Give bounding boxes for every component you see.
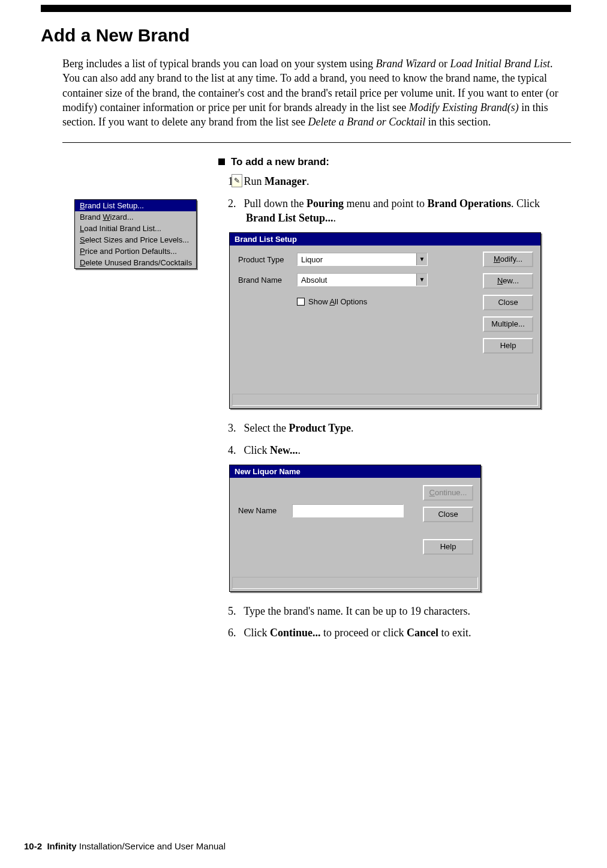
intro-italic-brand-wizard: Brand Wizard <box>376 58 436 70</box>
dialog-body: Product Type Liquor ▼ Brand Name Absolut… <box>230 246 540 311</box>
menu-item-brand-wizard[interactable]: Brand Wizard... <box>75 211 196 223</box>
procedure-heading-text: To add a new brand: <box>231 156 329 167</box>
dialog-body: New Name Continue... Close Help <box>230 478 480 574</box>
continue-button[interactable]: Continue... <box>423 485 473 501</box>
new-button[interactable]: New... <box>483 273 533 289</box>
intro-italic-delete: Delete a Brand or Cocktail <box>308 116 425 128</box>
page-footer: 10-2 Infinity Installation/Service and U… <box>24 841 226 851</box>
multiple-button[interactable]: Multiple... <box>483 316 533 332</box>
pouring-submenu: Brand List Setup... Brand Wizard... Load… <box>74 199 197 269</box>
modify-button[interactable]: Modify... <box>483 252 533 267</box>
brand-name-combo[interactable]: Absolut ▼ <box>297 273 428 286</box>
step-number: 4. <box>228 443 241 457</box>
intro-italic-modify: Modify Existing Brand(s) <box>409 101 519 113</box>
new-liquor-name-dialog: New Liquor Name New Name Continue... Clo… <box>229 465 481 592</box>
dialog-titlebar: New Liquor Name <box>230 465 480 478</box>
dialog-button-column: Continue... Close Help <box>423 485 473 555</box>
page-content: Add a New Brand Berg includes a list of … <box>41 18 571 648</box>
menu-item-delete-unused[interactable]: Delete Unused Brands/Cocktails <box>75 257 196 268</box>
help-button[interactable]: Help <box>423 539 473 555</box>
footer-title-rest: Installation/Service and User Manual <box>77 841 226 851</box>
intro-italic-load-initial: Load Initial Brand List <box>450 58 550 70</box>
step-1: 1. Run Manager. <box>218 174 571 188</box>
step-4: 4. Click New.... <box>218 443 571 457</box>
step-2: 2. Pull down the Pouring menu and point … <box>218 196 571 226</box>
product-type-label: Product Type <box>238 255 297 264</box>
left-column: Brand List Setup... Brand Wizard... Load… <box>41 156 215 647</box>
product-type-value: Liquor <box>298 255 416 264</box>
page-title: Add a New Brand <box>41 25 571 46</box>
pencil-icon: ✎ <box>232 174 242 187</box>
menu-item-brand-list-setup[interactable]: Brand List Setup... <box>75 200 196 211</box>
menu-item-price-defaults[interactable]: Price and Portion Defaults... <box>75 246 196 257</box>
menu-item-select-sizes[interactable]: Select Sizes and Price Levels... <box>75 234 196 246</box>
square-bullet-icon <box>218 158 225 165</box>
brand-name-label: Brand Name <box>238 276 297 285</box>
right-column: To add a new brand: 1. Run Manager. 2. P… <box>215 156 571 647</box>
product-type-combo[interactable]: Liquor ▼ <box>297 253 428 266</box>
dialog-button-column: Modify... New... Close Multiple... Help <box>483 252 533 354</box>
step-number: 5. <box>228 604 241 618</box>
black-header-bar <box>41 5 571 12</box>
step-5: 5. Type the brand's name. It can be up t… <box>218 604 571 618</box>
step-3: 3. Select the Product Type. <box>218 421 571 435</box>
menu-item-load-initial[interactable]: Load Initial Brand List... <box>75 223 196 234</box>
step-6: 6. Click Continue... to proceed or click… <box>218 625 571 640</box>
body-columns: ✎ Brand List Setup... Brand Wizard... Lo… <box>41 156 571 647</box>
intro-text: or <box>435 58 450 70</box>
new-name-input[interactable] <box>292 504 404 517</box>
horizontal-rule <box>62 142 571 143</box>
show-all-options-label: Show All Options <box>308 297 367 306</box>
new-name-label: New Name <box>238 506 292 515</box>
intro-text: in this section. <box>425 116 491 128</box>
dialog-statusbar <box>232 577 478 589</box>
intro-paragraph: Berg includes a list of typical brands y… <box>62 56 571 129</box>
help-button[interactable]: Help <box>483 338 533 354</box>
show-all-options-checkbox[interactable] <box>297 298 305 306</box>
intro-text: Berg includes a list of typical brands y… <box>62 58 376 70</box>
close-button[interactable]: Close <box>483 295 533 310</box>
footer-title-bold: Infinity <box>47 841 76 851</box>
dialog-statusbar <box>232 394 538 406</box>
dialog-titlebar: Brand List Setup <box>230 233 540 246</box>
close-button[interactable]: Close <box>423 507 473 522</box>
brand-name-value: Absolut <box>298 276 416 285</box>
brand-list-setup-dialog: Brand List Setup Product Type Liquor ▼ B… <box>229 232 541 409</box>
chevron-down-icon[interactable]: ▼ <box>416 274 427 286</box>
step-number: 2. <box>228 196 241 211</box>
step-number: 6. <box>228 625 241 640</box>
procedure-heading: To add a new brand: <box>218 156 571 168</box>
step-number: 3. <box>228 421 241 435</box>
chevron-down-icon[interactable]: ▼ <box>416 253 427 265</box>
page-number: 10-2 <box>24 841 42 851</box>
